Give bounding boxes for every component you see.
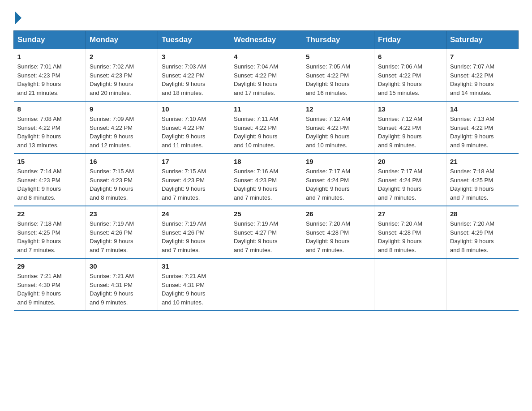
day-info: Sunrise: 7:09 AM Sunset: 4:22 PM Dayligh… xyxy=(90,115,154,150)
daylight-label: Daylight: 9 hours xyxy=(162,133,206,140)
day-info: Sunrise: 7:20 AM Sunset: 4:28 PM Dayligh… xyxy=(306,219,370,254)
sunrise-label: Sunrise: 7:19 AM xyxy=(162,220,206,227)
sunrise-label: Sunrise: 7:15 AM xyxy=(162,168,206,175)
day-info: Sunrise: 7:14 AM Sunset: 4:23 PM Dayligh… xyxy=(17,167,82,202)
daylight-minutes: and 13 minutes. xyxy=(17,142,59,149)
calendar-cell: 16 Sunrise: 7:15 AM Sunset: 4:23 PM Dayl… xyxy=(86,154,158,206)
day-number: 28 xyxy=(450,210,515,218)
sunset-label: Sunset: 4:22 PM xyxy=(450,124,493,131)
calendar-cell: 6 Sunrise: 7:06 AM Sunset: 4:22 PM Dayli… xyxy=(374,49,446,102)
sunset-label: Sunset: 4:22 PM xyxy=(17,124,60,131)
calendar-cell: 27 Sunrise: 7:20 AM Sunset: 4:28 PM Dayl… xyxy=(374,206,446,258)
day-info: Sunrise: 7:17 AM Sunset: 4:24 PM Dayligh… xyxy=(306,167,370,202)
sunrise-label: Sunrise: 7:05 AM xyxy=(306,63,350,70)
sunset-label: Sunset: 4:29 PM xyxy=(450,229,493,236)
daylight-minutes: and 7 minutes. xyxy=(234,247,272,253)
day-number: 9 xyxy=(90,105,154,113)
daylight-label: Daylight: 9 hours xyxy=(17,290,61,297)
calendar-week-row: 22 Sunrise: 7:18 AM Sunset: 4:25 PM Dayl… xyxy=(14,206,519,258)
day-info: Sunrise: 7:19 AM Sunset: 4:27 PM Dayligh… xyxy=(234,219,298,254)
daylight-minutes: and 15 minutes. xyxy=(378,90,420,96)
daylight-minutes: and 9 minutes. xyxy=(450,142,488,149)
calendar-cell: 13 Sunrise: 7:12 AM Sunset: 4:22 PM Dayl… xyxy=(374,101,446,154)
daylight-label: Daylight: 9 hours xyxy=(90,81,133,87)
day-info: Sunrise: 7:13 AM Sunset: 4:22 PM Dayligh… xyxy=(450,115,515,150)
day-number: 5 xyxy=(306,53,370,60)
daylight-label: Daylight: 9 hours xyxy=(234,238,278,244)
day-number: 18 xyxy=(234,158,298,165)
sunset-label: Sunset: 4:25 PM xyxy=(450,177,493,184)
daylight-label: Daylight: 9 hours xyxy=(450,238,494,244)
calendar-week-row: 15 Sunrise: 7:14 AM Sunset: 4:23 PM Dayl… xyxy=(14,154,519,206)
daylight-minutes: and 9 minutes. xyxy=(90,299,128,306)
sunrise-label: Sunrise: 7:07 AM xyxy=(450,63,494,70)
day-number: 23 xyxy=(90,210,154,218)
sunrise-label: Sunrise: 7:19 AM xyxy=(234,220,278,227)
calendar-cell: 29 Sunrise: 7:21 AM Sunset: 4:30 PM Dayl… xyxy=(14,258,86,311)
daylight-minutes: and 10 minutes. xyxy=(234,142,275,149)
sunrise-label: Sunrise: 7:04 AM xyxy=(234,63,278,70)
daylight-minutes: and 8 minutes. xyxy=(450,247,488,253)
day-number: 6 xyxy=(378,53,442,60)
day-number: 8 xyxy=(17,105,82,113)
sunset-label: Sunset: 4:30 PM xyxy=(17,282,60,288)
day-info: Sunrise: 7:20 AM Sunset: 4:28 PM Dayligh… xyxy=(378,219,442,254)
daylight-label: Daylight: 9 hours xyxy=(162,290,206,297)
day-of-week-header: Monday xyxy=(86,31,158,49)
day-info: Sunrise: 7:18 AM Sunset: 4:25 PM Dayligh… xyxy=(450,167,515,202)
sunrise-label: Sunrise: 7:17 AM xyxy=(306,168,350,175)
day-info: Sunrise: 7:18 AM Sunset: 4:25 PM Dayligh… xyxy=(17,219,82,254)
daylight-minutes: and 12 minutes. xyxy=(90,142,131,149)
sunset-label: Sunset: 4:23 PM xyxy=(17,72,60,79)
day-info: Sunrise: 7:03 AM Sunset: 4:22 PM Dayligh… xyxy=(162,62,226,97)
calendar-cell xyxy=(230,258,302,311)
sunrise-label: Sunrise: 7:20 AM xyxy=(306,220,350,227)
day-info: Sunrise: 7:15 AM Sunset: 4:23 PM Dayligh… xyxy=(162,167,226,202)
day-number: 7 xyxy=(450,53,515,60)
sunrise-label: Sunrise: 7:19 AM xyxy=(90,220,134,227)
daylight-label: Daylight: 9 hours xyxy=(17,238,61,244)
calendar-cell: 14 Sunrise: 7:13 AM Sunset: 4:22 PM Dayl… xyxy=(446,101,519,154)
daylight-label: Daylight: 9 hours xyxy=(17,81,61,87)
daylight-minutes: and 7 minutes. xyxy=(450,194,488,201)
sunset-label: Sunset: 4:31 PM xyxy=(90,282,133,288)
calendar-week-row: 8 Sunrise: 7:08 AM Sunset: 4:22 PM Dayli… xyxy=(14,101,519,154)
day-number: 2 xyxy=(90,53,154,60)
day-info: Sunrise: 7:02 AM Sunset: 4:23 PM Dayligh… xyxy=(90,62,154,97)
calendar-cell: 8 Sunrise: 7:08 AM Sunset: 4:22 PM Dayli… xyxy=(14,101,86,154)
day-number: 17 xyxy=(162,158,226,165)
day-number: 20 xyxy=(378,158,442,165)
daylight-label: Daylight: 9 hours xyxy=(306,238,350,244)
daylight-label: Daylight: 9 hours xyxy=(450,81,494,87)
day-number: 10 xyxy=(162,105,226,113)
day-of-week-header: Saturday xyxy=(446,31,519,49)
daylight-minutes: and 8 minutes. xyxy=(90,194,128,201)
logo xyxy=(13,11,21,22)
calendar-cell: 25 Sunrise: 7:19 AM Sunset: 4:27 PM Dayl… xyxy=(230,206,302,258)
sunrise-label: Sunrise: 7:20 AM xyxy=(450,220,494,227)
day-number: 27 xyxy=(378,210,442,218)
sunset-label: Sunset: 4:23 PM xyxy=(90,177,133,184)
daylight-label: Daylight: 9 hours xyxy=(162,185,206,192)
day-info: Sunrise: 7:19 AM Sunset: 4:26 PM Dayligh… xyxy=(162,219,226,254)
sunset-label: Sunset: 4:22 PM xyxy=(234,72,277,79)
calendar-header: SundayMondayTuesdayWednesdayThursdayFrid… xyxy=(14,31,519,49)
day-info: Sunrise: 7:21 AM Sunset: 4:30 PM Dayligh… xyxy=(17,272,82,307)
daylight-label: Daylight: 9 hours xyxy=(450,185,494,192)
sunrise-label: Sunrise: 7:16 AM xyxy=(234,168,278,175)
sunset-label: Sunset: 4:28 PM xyxy=(306,229,349,236)
calendar-cell: 12 Sunrise: 7:12 AM Sunset: 4:22 PM Dayl… xyxy=(302,101,374,154)
calendar-cell: 18 Sunrise: 7:16 AM Sunset: 4:23 PM Dayl… xyxy=(230,154,302,206)
calendar-cell: 31 Sunrise: 7:21 AM Sunset: 4:31 PM Dayl… xyxy=(158,258,230,311)
daylight-label: Daylight: 9 hours xyxy=(378,238,422,244)
sunset-label: Sunset: 4:28 PM xyxy=(378,229,421,236)
day-info: Sunrise: 7:05 AM Sunset: 4:22 PM Dayligh… xyxy=(306,62,370,97)
sunset-label: Sunset: 4:22 PM xyxy=(378,72,421,79)
sunset-label: Sunset: 4:23 PM xyxy=(162,177,205,184)
daylight-minutes: and 7 minutes. xyxy=(90,247,128,253)
daylight-label: Daylight: 9 hours xyxy=(162,81,206,87)
sunset-label: Sunset: 4:26 PM xyxy=(162,229,205,236)
daylight-label: Daylight: 9 hours xyxy=(90,290,133,297)
daylight-minutes: and 7 minutes. xyxy=(306,247,344,253)
sunrise-label: Sunrise: 7:17 AM xyxy=(378,168,422,175)
